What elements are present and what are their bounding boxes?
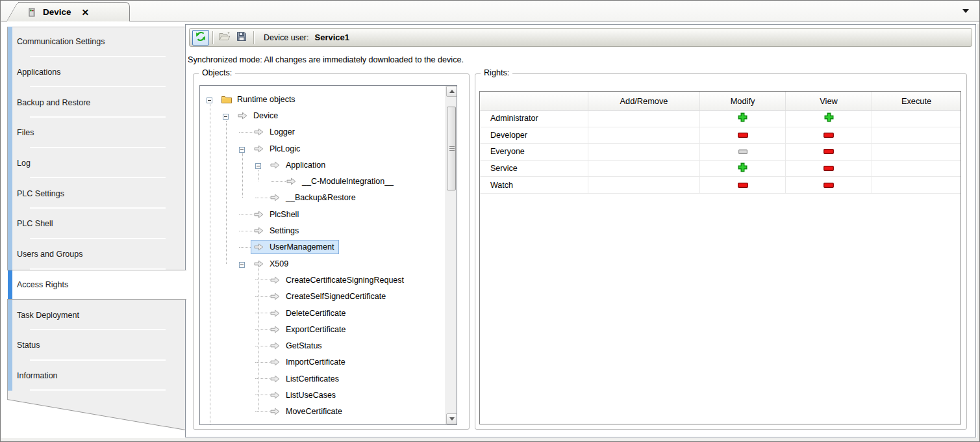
expander-minus-icon[interactable] xyxy=(223,112,229,118)
tree-node-movecertificate[interactable]: MoveCertificate xyxy=(200,404,457,420)
tree-node-createselfsignedcertificate[interactable]: CreateSelfSignedCertificate xyxy=(200,289,457,305)
rights-row-everyone: Everyone xyxy=(480,144,961,161)
access-rights-toolbar: Device user: Service1 xyxy=(189,28,972,47)
right-cell-service-execute[interactable] xyxy=(872,161,961,177)
chevron-down-icon[interactable] xyxy=(962,9,969,13)
arrow-icon xyxy=(270,292,281,301)
neutral-minus-icon xyxy=(738,147,748,156)
sidebar-item-plc-settings[interactable]: PLC Settings xyxy=(7,178,185,209)
sidebar-item-label: PLC Shell xyxy=(17,219,53,228)
arrow-icon xyxy=(254,128,264,136)
expander-minus-icon[interactable] xyxy=(239,146,245,151)
rights-row-administrator: Administrator xyxy=(480,110,961,127)
tree-node-settings[interactable]: Settings xyxy=(200,222,457,239)
sidebar-item-log[interactable]: Log xyxy=(7,148,185,179)
right-cell-developer-execute[interactable] xyxy=(872,127,961,144)
sidebar-item-label: Log xyxy=(17,159,31,168)
right-cell-watch-add-remove[interactable] xyxy=(588,177,700,194)
tree-node-x509[interactable]: X509 xyxy=(200,255,457,272)
tab-device[interactable]: Device ✕ xyxy=(18,2,130,21)
tab-bar: Device ✕ xyxy=(1,1,979,21)
right-cell-watch-view[interactable] xyxy=(786,177,872,194)
sidebar-item-information[interactable]: Information xyxy=(7,361,185,391)
tree-node-label: ExportCertificate xyxy=(286,325,346,334)
open-folder-icon xyxy=(219,32,231,43)
right-cell-everyone-add-remove[interactable] xyxy=(588,144,700,161)
right-cell-service-view[interactable] xyxy=(786,161,872,177)
right-cell-watch-modify[interactable] xyxy=(700,177,786,194)
tree-node-importcertificate[interactable]: ImportCertificate xyxy=(200,354,457,370)
right-cell-administrator-add-remove[interactable] xyxy=(588,110,700,127)
sidebar-item-communication-settings[interactable]: Communication Settings xyxy=(7,27,185,57)
export-users-button[interactable] xyxy=(233,30,250,46)
tree-node-backup-restore[interactable]: __Backup&Restore xyxy=(200,190,457,206)
right-cell-administrator-execute[interactable] xyxy=(872,110,961,127)
sidebar-item-applications[interactable]: Applications xyxy=(7,57,185,88)
right-cell-service-modify[interactable] xyxy=(700,161,786,177)
expander-minus-icon[interactable] xyxy=(239,261,245,266)
tree-node-label: DeleteCertificate xyxy=(286,309,346,318)
tree-node-listusecases[interactable]: ListUseCases xyxy=(200,387,457,403)
expander-minus-icon[interactable] xyxy=(207,96,212,102)
tree-node-label: ListCertificates xyxy=(286,374,339,384)
grant-plus-icon xyxy=(824,112,834,124)
tree-node-createcertificatesigningrequest[interactable]: CreateCertificateSigningRequest xyxy=(200,272,457,288)
tree-node-device[interactable]: Device xyxy=(200,107,457,124)
arrow-icon xyxy=(254,243,264,252)
window-frame-bottom xyxy=(1,438,980,442)
arrow-icon xyxy=(286,177,297,186)
sidebar-item-plc-shell[interactable]: PLC Shell xyxy=(7,209,185,239)
tree-scrollbar[interactable] xyxy=(446,86,457,424)
sidebar-item-label: Task Deployment xyxy=(17,311,79,320)
tree-node-listcertificates[interactable]: ListCertificates xyxy=(200,370,457,387)
tree-node-exportcertificate[interactable]: ExportCertificate xyxy=(200,321,457,337)
right-cell-administrator-view[interactable] xyxy=(786,110,872,127)
sidebar-item-status[interactable]: Status xyxy=(7,330,185,361)
right-cell-everyone-view[interactable] xyxy=(786,144,872,161)
synchronized-mode-button[interactable] xyxy=(192,30,209,46)
scroll-up-button[interactable] xyxy=(446,86,457,97)
device-icon xyxy=(27,7,37,18)
sidebar-item-users-and-groups[interactable]: Users and Groups xyxy=(7,239,185,270)
tree-node-getstatus[interactable]: GetStatus xyxy=(200,337,457,354)
scrollbar-thumb[interactable] xyxy=(447,107,456,190)
right-cell-developer-add-remove[interactable] xyxy=(588,127,700,144)
scrollbar-grip-icon xyxy=(449,146,455,151)
expander-minus-icon[interactable] xyxy=(255,162,261,168)
tree-node-plcshell[interactable]: PlcShell xyxy=(200,206,457,222)
right-cell-everyone-modify[interactable] xyxy=(700,144,786,161)
arrow-icon xyxy=(270,276,281,284)
sidebar-item-files[interactable]: Files xyxy=(7,118,185,148)
right-cell-developer-modify[interactable] xyxy=(700,127,786,144)
tree-node-label: Device xyxy=(253,111,278,120)
device-editor-window: Device ✕ xyxy=(0,0,980,442)
right-cell-watch-execute[interactable] xyxy=(872,177,961,194)
tree-node-label: ImportCertificate xyxy=(286,358,346,367)
tree-node-logger[interactable]: Logger xyxy=(200,124,457,140)
tree-node-label: UserManagement xyxy=(270,242,334,252)
tree-connector-line xyxy=(226,121,227,264)
right-cell-developer-view[interactable] xyxy=(786,127,872,144)
arrow-icon xyxy=(270,325,281,333)
group-name-cell: Developer xyxy=(480,127,588,144)
tree-node-runtime-objects[interactable]: Runtime objects xyxy=(200,91,457,107)
tree-node-deletecertificate[interactable]: DeleteCertificate xyxy=(200,305,457,321)
sidebar-item-access-rights[interactable]: Access Rights xyxy=(7,270,186,300)
scroll-down-button[interactable] xyxy=(446,413,457,424)
tree-node-file-system-objects[interactable]: File system objects xyxy=(200,420,457,424)
sidebar-item-task-deployment[interactable]: Task Deployment xyxy=(7,300,185,330)
right-cell-administrator-modify[interactable] xyxy=(700,110,786,127)
grant-plus-icon xyxy=(738,112,748,124)
tree-node-label: Settings xyxy=(270,226,299,235)
tree-node-plclogic[interactable]: PlcLogic xyxy=(200,140,457,157)
sidebar-item-backup-and-restore[interactable]: Backup and Restore xyxy=(7,87,185,118)
column-header-add-remove: Add/Remove xyxy=(588,92,700,110)
import-users-button[interactable] xyxy=(216,30,233,46)
right-cell-everyone-execute[interactable] xyxy=(872,144,961,161)
tree-node-label: X509 xyxy=(270,259,288,268)
tree-node-application[interactable]: Application xyxy=(200,157,457,173)
close-icon[interactable]: ✕ xyxy=(82,7,90,18)
right-cell-service-add-remove[interactable] xyxy=(588,161,700,177)
tree-node-c-moduleintegration[interactable]: __C-ModuleIntegration__ xyxy=(200,173,457,189)
tree-node-usermanagement[interactable]: UserManagement xyxy=(200,239,457,255)
